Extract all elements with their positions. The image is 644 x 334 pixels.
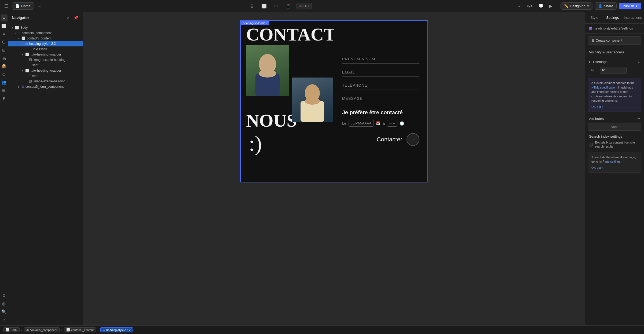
canvas-content: heading-style-h2 2 CONTACTEZ: [83, 12, 585, 325]
pencil-icon: ✏️: [564, 4, 568, 8]
form-line-email: [342, 76, 419, 77]
component-icon-form: ⊞: [21, 85, 24, 89]
search-index-chevron-icon[interactable]: ⌄: [638, 135, 640, 138]
play-icon[interactable]: ▶: [547, 2, 554, 10]
tree-arrow-wrapper1: ▾: [21, 53, 24, 56]
tree-item-text-block[interactable]: T Text Block: [8, 46, 83, 52]
breadcrumb-contact5-content[interactable]: ⬜ contact5_content: [64, 327, 96, 332]
tree-label-wrapper1: tuto-heading-wrapper: [31, 53, 61, 56]
svg-point-2: [259, 69, 276, 78]
navigator-actions: ✕ 📌: [65, 15, 79, 20]
create-component-icon: ⊞: [591, 39, 594, 42]
tab-settings[interactable]: Settings: [603, 12, 622, 23]
members-icon[interactable]: 👥: [1, 79, 8, 86]
visibility-label: Visibility & user access: [589, 50, 624, 54]
add-icon[interactable]: +: [1, 14, 8, 21]
mobile-icon[interactable]: 📱: [284, 2, 293, 10]
logic-icon[interactable]: ◇: [1, 71, 8, 78]
box-icon-breadcrumb-body: ⬜: [6, 328, 9, 332]
tree-item-image-1[interactable]: 🖼 image-exeple-heading: [8, 57, 83, 63]
add-attribute-button[interactable]: +: [637, 116, 640, 121]
tree-item-contact5-content[interactable]: ▾ ⬜ contact5_content: [8, 36, 83, 41]
right-panel-tabs: Style Settings Interactions: [585, 12, 644, 24]
h1-settings-title: H 1 settings: [589, 60, 608, 64]
zoom-icon[interactable]: 🔍: [1, 308, 8, 315]
contacter-arrow-button[interactable]: →: [407, 133, 419, 146]
ok-got-it-2[interactable]: Ok, got it: [591, 166, 638, 170]
pages-icon[interactable]: ⬜: [1, 23, 8, 30]
tab-interactions[interactable]: Interactions: [622, 12, 644, 23]
ok-got-it-1[interactable]: Ok, got it: [591, 105, 638, 109]
h1-chevron-icon[interactable]: ⌄: [638, 60, 640, 64]
contacter-row: Contacter →: [342, 133, 419, 146]
contact-prefer-text: Je préfère être contacté: [342, 109, 419, 116]
tree-item-tuto-wrapper-1[interactable]: ▾ ⬜ tuto-heading-wrapper: [8, 52, 83, 57]
breadcrumb-heading-h2[interactable]: ⊞ heading-style-h2 2: [100, 327, 133, 332]
publish-label: Publish: [623, 4, 634, 8]
component-icon-breadcrumb-h2: ⊞: [103, 328, 105, 332]
fonts-icon[interactable]: F: [1, 95, 8, 102]
image-icon-1: 🖼: [29, 58, 32, 62]
tree-arrow-form: ▶: [17, 85, 20, 88]
page-settings-link[interactable]: Page settings: [603, 160, 621, 163]
breadcrumb-body-label: Body: [10, 328, 17, 332]
pin-navigator-icon[interactable]: 📌: [72, 15, 79, 20]
tag-label: Tag: [589, 68, 597, 72]
page-content: CONTACTEZ: [241, 21, 427, 182]
exclude-row: Exclude H 1s content from site search re…: [585, 140, 644, 151]
visibility-section-row[interactable]: Visibility & user access ›: [585, 47, 644, 57]
html-spec-link[interactable]: HTML specification: [591, 86, 616, 89]
tree-item-image-2[interactable]: 🖼 image-exeple-heading: [8, 79, 83, 84]
time-input[interactable]: --:--: [387, 120, 397, 127]
settings-header-label: heading-style-h2 2 Settings: [594, 27, 633, 30]
share-button[interactable]: 👤 Share: [595, 2, 617, 10]
tab-style[interactable]: Style: [585, 12, 603, 23]
date-le-label: Le: [342, 121, 346, 126]
close-navigator-icon[interactable]: ✕: [65, 15, 71, 20]
menu-icon[interactable]: ☰: [3, 2, 10, 10]
contacter-label: Contacter: [377, 136, 402, 143]
publish-button[interactable]: Publish ▾: [619, 3, 641, 9]
create-component-button[interactable]: ⊞ Create component: [588, 36, 641, 45]
ecommerce-icon[interactable]: 🛍: [1, 55, 8, 62]
home-button[interactable]: 📄 Home: [12, 2, 34, 10]
tree-item-serif-2[interactable]: T serif: [8, 73, 83, 79]
exclude-checkbox[interactable]: [589, 143, 593, 146]
community-icon[interactable]: ◎: [1, 300, 8, 307]
help-icon[interactable]: ?: [1, 316, 8, 323]
tree-item-body[interactable]: ▾ ⬜ Body: [8, 25, 83, 30]
h1-settings-header: H 1 settings ⌄: [585, 57, 644, 66]
components-icon[interactable]: ⬡: [1, 39, 8, 46]
tablet-landscape-icon[interactable]: ⬜: [259, 2, 269, 10]
more-options-icon[interactable]: ···: [36, 3, 43, 10]
mode-selector[interactable]: ✏️ Designing ▾: [561, 2, 592, 10]
layers-icon[interactable]: ≡: [1, 31, 8, 38]
tag-input[interactable]: [600, 67, 627, 74]
comment-icon[interactable]: 💬: [537, 2, 545, 10]
form-line-message: [342, 103, 419, 103]
tree-item-heading-h2[interactable]: ▾ ⊞ heading-style-h2 2: [8, 41, 83, 46]
tablet-portrait-icon[interactable]: ▭: [272, 2, 280, 10]
code-icon[interactable]: </>: [525, 3, 535, 10]
assets-icon[interactable]: ⊞: [1, 47, 8, 54]
breadcrumb-contact5-label: contact5_component: [30, 328, 57, 332]
settings-icon[interactable]: ⚙: [1, 292, 8, 299]
tree-arrow-body: ▾: [11, 26, 14, 29]
clock-icon: 🕐: [400, 121, 404, 126]
settings-header: ⊞ heading-style-h2 2 Settings: [585, 24, 644, 34]
tree-item-tuto-wrapper-2[interactable]: ▾ ⬜ tuto-heading-wrapper: [8, 68, 83, 73]
cms-icon[interactable]: 📦: [1, 63, 8, 70]
text-icon-serif1: T: [29, 63, 31, 67]
publish-chevron-icon: ▾: [636, 4, 638, 8]
desktop-icon[interactable]: 🖥: [247, 3, 256, 10]
apps-icon[interactable]: ⊞: [1, 87, 8, 94]
breadcrumb-contact5-component[interactable]: ⊞ contact5_component: [24, 327, 60, 332]
tree-item-form-component[interactable]: ▶ ⊞ contact5_form_component: [8, 84, 83, 89]
date-input[interactable]: JJ/MM/AAAA: [349, 120, 374, 127]
tree-item-contact5-component[interactable]: ▾ ⊞ contact5_component: [8, 30, 83, 36]
check-icon[interactable]: ✓: [516, 2, 523, 10]
toolbar-right: ✓ </> 💬 ▶ ✏️ Designing ▾ 👤 Share Publish…: [516, 2, 641, 10]
search-index-row: Search index settings ⌄: [585, 132, 644, 140]
tree-item-serif-1[interactable]: T serif: [8, 63, 83, 68]
breadcrumb-body[interactable]: ⬜ Body: [3, 327, 20, 332]
